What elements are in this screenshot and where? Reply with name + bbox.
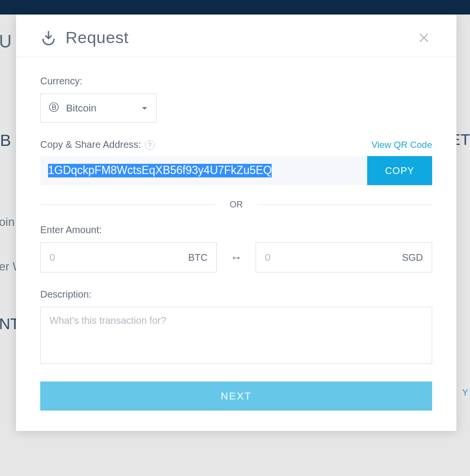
amount-fiat-field: SGD (256, 242, 432, 272)
modal-title: Request (65, 28, 129, 47)
copy-button[interactable]: COPY (367, 156, 432, 185)
description-input[interactable] (40, 307, 432, 364)
amount-btc-input[interactable] (49, 252, 188, 263)
amount-btc-field: BTC (40, 242, 217, 272)
or-text: OR (230, 200, 243, 210)
amount-fiat-input[interactable] (265, 252, 402, 263)
currency-select[interactable]: Bitcoin (40, 94, 157, 123)
currency-selected-text: Bitcoin (66, 102, 97, 114)
help-icon[interactable]: ? (145, 140, 155, 150)
receive-icon (40, 30, 57, 46)
bitcoin-icon (49, 102, 59, 114)
close-button[interactable] (416, 30, 432, 46)
currency-label: Currency: (40, 76, 432, 87)
next-button[interactable]: NEXT (40, 381, 432, 411)
modal-header: Request (16, 15, 456, 57)
or-divider: OR (40, 200, 432, 210)
address-display[interactable]: 1GDqckpFM8WctsEqXB56f93y4U7FkZu5EQ (40, 156, 367, 185)
amount-fiat-unit: SGD (402, 252, 423, 263)
modal-body: Currency: Bitcoin Copy & Share Address: (16, 57, 456, 431)
address-label: Copy & Share Address: ? (40, 139, 155, 150)
address-value: 1GDqckpFM8WctsEqXB56f93y4U7FkZu5EQ (48, 164, 272, 177)
top-navbar (0, 0, 470, 15)
description-section: Description: (40, 289, 432, 366)
address-section: Copy & Share Address: ? View QR Code 1GD… (40, 139, 432, 185)
amount-section: Enter Amount: BTC ↔ SGD (40, 224, 432, 272)
chevron-down-icon (142, 104, 147, 112)
amount-btc-unit: BTC (188, 252, 208, 263)
description-label: Description: (40, 289, 432, 300)
swap-icon[interactable]: ↔ (230, 251, 242, 264)
request-modal: Request Currency: Bitcoin (16, 15, 456, 431)
view-qr-link[interactable]: View QR Code (372, 140, 432, 150)
amount-label: Enter Amount: (40, 224, 432, 236)
currency-section: Currency: Bitcoin (40, 76, 432, 123)
